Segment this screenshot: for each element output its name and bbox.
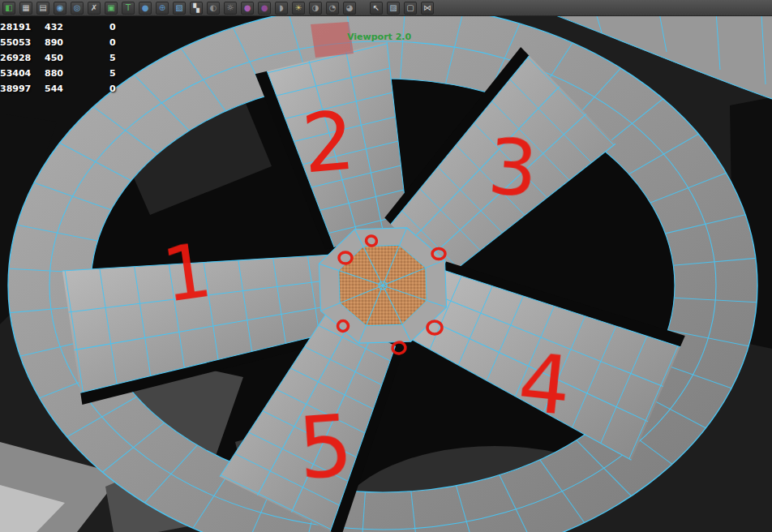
display-toggle-icon[interactable]: ◧ (2, 2, 15, 15)
field-chart-glyph: ✗ (91, 4, 97, 12)
motion-blur-icon[interactable]: ◔ (326, 2, 339, 15)
light-b-icon[interactable]: ● (258, 2, 271, 15)
hud-value: 0 (109, 22, 142, 32)
wireframe-mode-glyph: ▧ (175, 4, 182, 12)
hud-value: 55053 (0, 37, 45, 48)
panel-toolbar: ◧▦▤◉◎✗▣T●⊕▧▚◐☼●●◗☀◑◔◕↖▨▢⋈ (0, 0, 772, 16)
hud-value: 890 (45, 37, 109, 48)
select-cursor-glyph: ↖ (373, 4, 380, 12)
renderer-label: Viewport 2.0 (347, 32, 411, 42)
hud-value: 450 (45, 53, 109, 63)
film-gate-glyph: ▤ (39, 4, 46, 12)
shadows-icon[interactable]: ◗ (275, 2, 288, 15)
hud-value: 0 (109, 84, 142, 94)
annotation-digit-3: 3 (485, 122, 540, 214)
shaded-mode-glyph: ● (142, 4, 149, 12)
wireframe-mode-icon[interactable]: ▧ (173, 2, 186, 15)
ambient-occlusion-glyph: ◑ (312, 4, 320, 12)
hud-value: 28191 (0, 22, 45, 32)
hud-value: 0 (109, 37, 142, 48)
light-a-icon[interactable]: ● (241, 2, 254, 15)
hud-value: 38997 (0, 84, 45, 94)
motion-blur-glyph: ◔ (329, 4, 337, 12)
depth-of-field-icon[interactable]: ◕ (343, 2, 356, 15)
checker-material-glyph: ▚ (193, 4, 199, 12)
display-toggle-glyph: ◧ (5, 4, 12, 12)
frame-selected-icon[interactable]: ▢ (404, 2, 417, 15)
hud-value: 26928 (0, 53, 45, 63)
annotation-digit-5: 5 (295, 397, 356, 499)
hud-row: 281914320 (0, 19, 142, 35)
gate-mask-icon[interactable]: ◎ (71, 2, 84, 15)
checker-material-icon[interactable]: ▚ (190, 2, 203, 15)
bulb-glyph: ☀ (295, 4, 302, 12)
shadows-glyph: ◗ (279, 4, 283, 12)
hud-value: 432 (45, 22, 109, 32)
gate-mask-glyph: ◎ (74, 4, 81, 12)
hud-value: 53404 (0, 68, 45, 79)
default-material-glyph: ◐ (210, 4, 217, 12)
film-gate-icon[interactable]: ▤ (36, 2, 49, 15)
hud-value: 5 (109, 53, 142, 63)
light-a-glyph: ● (244, 4, 251, 12)
safe-action-glyph: ▣ (107, 4, 114, 12)
lighting-icon[interactable]: ☼ (224, 2, 237, 15)
grid-icon[interactable]: ▦ (19, 2, 32, 15)
node-connections-icon[interactable]: ⋈ (421, 2, 434, 15)
toolbar-separator (360, 2, 366, 15)
hud-value: 5 (109, 68, 142, 79)
textured-mode-icon[interactable]: ⊕ (156, 2, 169, 15)
frame-selected-glyph: ▢ (406, 4, 414, 12)
node-connections-glyph: ⋈ (423, 4, 431, 12)
hud-row: 534048805 (0, 66, 142, 81)
hud-row: 269284505 (0, 50, 142, 66)
hud-value: 544 (45, 84, 109, 94)
safe-title-glyph: T (126, 4, 131, 12)
light-b-glyph: ● (261, 4, 268, 12)
xray-icon[interactable]: ▨ (387, 2, 400, 15)
resolution-gate-icon[interactable]: ◉ (54, 2, 66, 15)
annotation-digit-2: 2 (298, 93, 358, 192)
resolution-gate-glyph: ◉ (57, 4, 64, 12)
annotation-digit-4: 4 (514, 334, 576, 434)
depth-of-field-glyph: ◕ (346, 4, 354, 12)
xray-glyph: ▨ (389, 4, 397, 12)
hud-stats: 2819143205505389002692845055340488053899… (0, 19, 142, 97)
safe-title-icon[interactable]: T (122, 2, 135, 15)
field-chart-icon[interactable]: ✗ (88, 2, 101, 15)
lighting-glyph: ☼ (227, 4, 234, 12)
shaded-mode-icon[interactable]: ● (139, 2, 152, 15)
grid-glyph: ▦ (22, 4, 29, 12)
safe-action-icon[interactable]: ▣ (105, 2, 118, 15)
default-material-icon[interactable]: ◐ (207, 2, 220, 15)
ambient-occlusion-icon[interactable]: ◑ (309, 2, 322, 15)
bulb-icon[interactable]: ☀ (292, 2, 305, 15)
hud-value: 880 (45, 68, 109, 79)
hud-row: 550538900 (0, 35, 142, 50)
textured-mode-glyph: ⊕ (159, 4, 165, 12)
hud-row: 389975440 (0, 81, 142, 97)
select-cursor-icon[interactable]: ↖ (370, 2, 383, 15)
